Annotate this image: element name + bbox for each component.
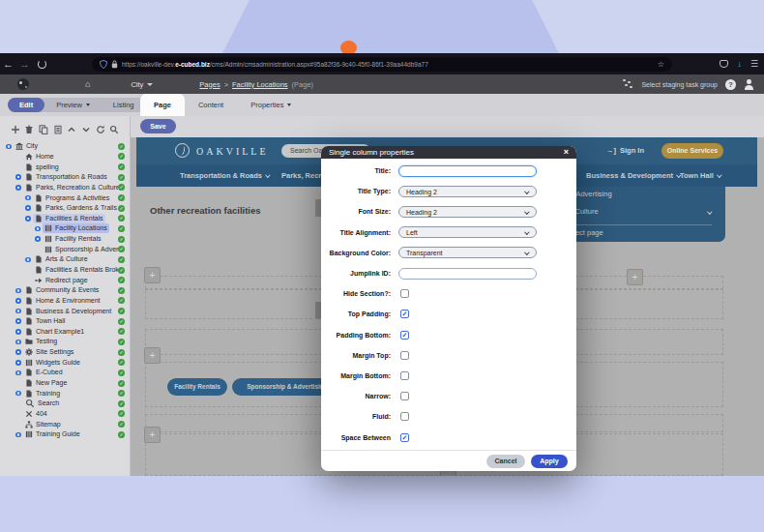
tree-item-business-development[interactable]: Business & Development✓ <box>0 306 130 316</box>
tree-item-parks-gardens-trails[interactable]: Parks, Gardens & Trails✓ <box>0 203 130 214</box>
close-icon[interactable]: × <box>564 146 569 159</box>
fluid-checkbox[interactable] <box>400 412 409 421</box>
cancel-button[interactable]: Cancel <box>486 455 525 468</box>
tree-tool-copy-button[interactable] <box>38 124 48 134</box>
staging-task-group-selector[interactable]: Select staging task group <box>641 81 718 88</box>
tree-item-programs-activities[interactable]: Programs & Activities✓ <box>0 192 130 203</box>
add-section-button[interactable]: + <box>627 269 643 285</box>
expand-node-icon[interactable] <box>35 236 41 242</box>
online-services-button[interactable]: Online Services <box>661 143 723 159</box>
expand-node-icon[interactable] <box>15 288 21 294</box>
expand-node-icon[interactable] <box>25 205 31 211</box>
mode-button-preview[interactable]: Preview <box>44 98 102 112</box>
pocket-icon[interactable] <box>720 60 728 68</box>
jumplink-id-input[interactable] <box>398 268 537 280</box>
tree-item-training-guide[interactable]: Training Guide✓ <box>0 429 130 440</box>
apply-button[interactable]: Apply <box>531 455 568 468</box>
expand-node-icon[interactable] <box>15 391 21 397</box>
ecubed-logo-icon[interactable] <box>17 78 29 90</box>
tree-item-home[interactable]: Home✓ <box>0 152 130 163</box>
expand-node-icon[interactable] <box>25 195 31 201</box>
tree-tool-search-button[interactable] <box>109 124 120 134</box>
tree-item-sponsorship-advertising[interactable]: Sponsorship & Advertising✓ <box>0 244 130 254</box>
reload-button[interactable] <box>38 60 46 69</box>
facility-rentals-button[interactable]: Facility Rentals <box>167 378 227 396</box>
padding-bottom-checkbox[interactable]: ✓ <box>400 331 409 340</box>
expand-node-icon[interactable] <box>15 318 21 324</box>
tree-tool-add-button[interactable] <box>10 124 20 134</box>
tree-item-redirect-page[interactable]: Redirect page✓ <box>0 275 130 285</box>
expand-node-icon[interactable] <box>35 226 41 232</box>
tab-properties[interactable]: Properties <box>237 94 305 116</box>
tree-item-town-hall[interactable]: Town Hall✓ <box>0 316 130 327</box>
breadcrumb-pages-link[interactable]: Pages <box>199 80 220 89</box>
tree-item-parks-recreation-culture[interactable]: Parks, Recreation & Culture✓ <box>0 183 130 193</box>
expand-node-icon[interactable] <box>15 329 21 335</box>
expand-node-icon[interactable] <box>15 432 21 438</box>
background-color-select[interactable]: Transparent <box>398 247 537 258</box>
tree-item-community-events[interactable]: Community & Events✓ <box>0 285 130 296</box>
site-nav-transportation-roads[interactable]: Transportation & Roads <box>180 171 270 180</box>
expand-node-icon[interactable] <box>15 360 21 366</box>
expand-node-icon[interactable] <box>15 370 21 376</box>
tree-item-spelling[interactable]: spelling✓ <box>0 162 130 172</box>
tree-item-404[interactable]: 404✓ <box>0 409 130 420</box>
margin-top-checkbox[interactable] <box>400 351 409 360</box>
tree-tool-paste-button[interactable] <box>52 124 63 134</box>
add-section-button[interactable]: + <box>144 427 161 443</box>
tree-tool-refresh-button[interactable] <box>95 124 105 134</box>
title-alignment-select[interactable]: Left <box>398 226 537 238</box>
tree-item-facility-rentals[interactable]: Facility Rentals✓ <box>0 234 130 245</box>
title-type-select[interactable]: Heading 2 <box>398 186 537 197</box>
tree-item-arts-culture[interactable]: Arts & Culture✓ <box>0 254 130 265</box>
tree-item-facilities-rentals[interactable]: Facilities & Rentals✓ <box>0 213 130 223</box>
mode-button-edit[interactable]: Edit <box>8 98 44 112</box>
top-padding-checkbox[interactable]: ✓ <box>400 310 409 318</box>
tree-item-facilities-rentals-broken-pa[interactable]: Facilities & Rentals Broken Pa✓ <box>0 265 130 276</box>
font-size-select[interactable]: Heading 2 <box>398 206 537 218</box>
expand-node-icon[interactable] <box>25 216 31 222</box>
tree-item-site-settings[interactable]: Site Settings✓ <box>0 347 130 358</box>
tree-tool-chevron-up-button[interactable] <box>67 124 77 134</box>
user-account-icon[interactable] <box>744 79 754 90</box>
tab-content[interactable]: Content <box>185 94 237 116</box>
tree-item-facility-locations[interactable]: Facility Locations✓ <box>0 223 130 234</box>
expand-node-icon[interactable] <box>15 174 21 180</box>
expand-node-icon[interactable] <box>25 257 31 263</box>
dialog-header[interactable]: Single column properties × <box>321 146 576 159</box>
tree-item-search[interactable]: Search✓ <box>0 399 130 409</box>
mode-button-listing[interactable]: Listing <box>102 98 146 112</box>
expand-node-icon[interactable] <box>15 185 21 191</box>
tree-item-home-environment[interactable]: Home & Environment✓ <box>0 296 130 307</box>
bookmark-star-icon[interactable]: ☆ <box>658 60 664 69</box>
save-button[interactable]: Save <box>140 119 176 133</box>
add-section-button[interactable]: + <box>144 347 161 364</box>
download-icon[interactable]: ↓ <box>737 60 742 69</box>
tab-page[interactable]: Page <box>140 94 185 116</box>
tree-tool-chevron-down-button[interactable] <box>81 124 92 134</box>
site-nav-town-hall[interactable]: Town Hall <box>680 171 720 180</box>
add-section-button[interactable]: + <box>144 267 161 283</box>
sign-in-link[interactable]: →]Sign In <box>606 146 644 155</box>
site-nav-business-development[interactable]: Business & Development <box>586 171 681 180</box>
url-bar[interactable]: https://oakville-dev.e-cubed.biz/cms/Adm… <box>92 57 672 72</box>
tracking-shield-icon[interactable] <box>100 60 107 69</box>
help-icon[interactable]: ? <box>725 79 736 90</box>
margin-bottom-checkbox[interactable] <box>400 371 409 380</box>
browser-menu-icon[interactable]: ☰ <box>750 59 758 69</box>
site-selector[interactable]: City <box>131 80 143 89</box>
narrow-checkbox[interactable] <box>400 392 409 400</box>
expand-node-icon[interactable] <box>6 144 12 150</box>
expand-node-icon[interactable] <box>15 349 21 355</box>
back-button[interactable]: ← <box>0 53 16 74</box>
tree-tool-trash-button[interactable] <box>24 124 35 134</box>
forward-button[interactable]: → <box>16 53 33 74</box>
tree-item-sitemap[interactable]: Sitemap✓ <box>0 419 130 429</box>
tree-item-city[interactable]: City✓ <box>0 141 130 152</box>
expand-node-icon[interactable] <box>15 309 21 314</box>
hide-section-checkbox[interactable] <box>400 289 409 298</box>
tree-item-new-page[interactable]: New Page✓ <box>0 378 130 389</box>
tree-item-testing[interactable]: Testing✓ <box>0 337 130 347</box>
expand-node-icon[interactable] <box>15 298 21 304</box>
expand-node-icon[interactable] <box>15 340 21 345</box>
